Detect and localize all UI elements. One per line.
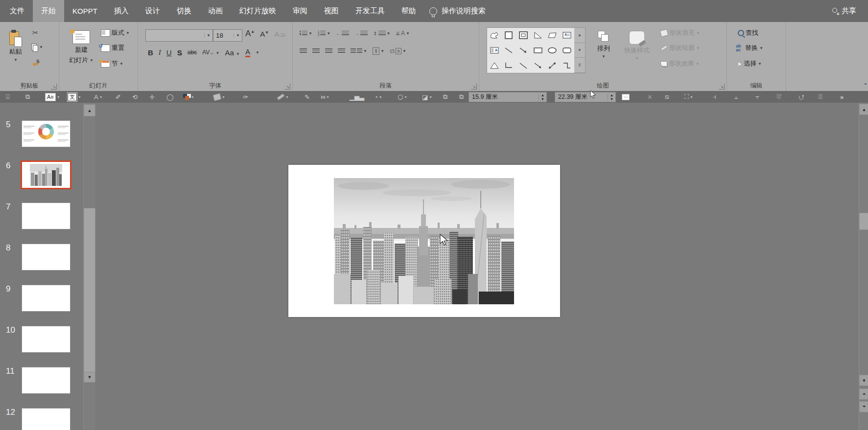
rotate-3d-button[interactable]: ◪▼ (422, 91, 432, 103)
slide-canvas[interactable] (288, 165, 560, 317)
tab-slideshow[interactable]: 幻灯片放映 (231, 0, 284, 22)
select-button[interactable]: ➤选择▼ (737, 59, 762, 68)
gallery-scroll-down-icon[interactable]: ▼ (574, 43, 585, 58)
shape-trapezoid[interactable] (547, 31, 558, 40)
character-spacing-button[interactable]: AV↔ ▼ (202, 49, 219, 56)
shape-elbow[interactable] (503, 61, 514, 70)
slide-thumbnail-9[interactable] (22, 285, 70, 311)
slide-thumbnail-12[interactable] (22, 408, 70, 430)
drawing-dialog-launcher[interactable] (719, 84, 725, 90)
shape-effects-button[interactable]: 形状效果▼ (660, 59, 700, 68)
share-button[interactable]: 共享 (820, 0, 868, 22)
chart-tool-icon[interactable]: ▁▅▃ (350, 91, 364, 103)
rotate-reset-icon[interactable]: ⟲ (132, 91, 138, 103)
city-skyline-photo[interactable] (334, 178, 514, 304)
tab-design[interactable]: 设计 (137, 0, 168, 22)
copy-button[interactable]: ▼ (31, 44, 43, 51)
font-color-caret-icon[interactable]: ▼ (256, 50, 259, 55)
font-color-tool[interactable]: A▼ (94, 91, 103, 103)
columns-button[interactable]: ▼ (351, 48, 367, 54)
slide-thumbnail-7[interactable] (22, 203, 70, 229)
layout-button[interactable]: 版式▼ (101, 28, 130, 37)
collapse-ribbon-icon[interactable]: ⌃ (863, 82, 868, 89)
change-case-button[interactable]: Aa ▼ (225, 48, 239, 57)
width-spinner[interactable]: ▲▼ (608, 93, 615, 101)
shape-double-arrow[interactable] (547, 61, 558, 70)
clipboard-dialog-launcher[interactable] (51, 84, 57, 90)
change-picture-icon[interactable]: ⛆ (776, 91, 781, 103)
panel-scroll-up-icon[interactable]: ▲ (84, 104, 95, 116)
font-size-combobox[interactable]: 18 ▼ (213, 29, 242, 42)
pen-tool-icon[interactable]: ✎ (305, 91, 310, 103)
shape-line[interactable] (503, 46, 514, 55)
gallery-more-icon[interactable]: ⊽ (574, 58, 585, 73)
cut-button[interactable]: ✂ (32, 28, 39, 37)
org-chart-icon[interactable]: ⧉ (25, 91, 30, 103)
convert-smartart-button[interactable]: ⮔≡▼ (390, 48, 406, 54)
shape-rounded-rectangle[interactable] (562, 46, 572, 55)
align-center-button[interactable] (312, 48, 320, 54)
text-shadow-button[interactable]: S (177, 48, 182, 57)
previous-slide-icon[interactable]: ⏶ (859, 388, 868, 400)
height-spinner[interactable]: ▲▼ (539, 93, 546, 101)
slide-thumbnail-11[interactable] (22, 367, 70, 393)
brush-tool-icon[interactable]: ✐ (116, 91, 121, 103)
shape-triangle[interactable] (489, 61, 500, 70)
align-objects-left-icon[interactable]: ⫞ (713, 91, 716, 103)
align-text-button[interactable]: ⇕▼ (373, 47, 384, 55)
shape-oval[interactable] (547, 46, 558, 55)
shape-text-box[interactable]: A (562, 31, 572, 40)
tab-view[interactable]: 视图 (316, 0, 347, 22)
tab-koppt[interactable]: KOPPT (64, 0, 106, 22)
theme-colors-button[interactable]: ▼ (183, 91, 194, 103)
slide-thumbnail-5[interactable] (22, 121, 70, 147)
shape-elbow-connector[interactable] (562, 61, 572, 70)
more-tools-icon[interactable]: » (840, 91, 844, 103)
crosshair-icon[interactable]: ✛ (149, 91, 155, 103)
effects-tool-button[interactable]: ◔▼ (374, 91, 382, 103)
shape-link-button[interactable]: ⬡▼ (398, 91, 407, 103)
clear-formatting-button[interactable]: A⌫ (274, 30, 285, 38)
shape-frame[interactable] (518, 31, 529, 40)
align-tool-button[interactable]: ⧦▼ (321, 91, 329, 103)
canvas-scrollbar-thumb[interactable] (859, 213, 868, 230)
canvas-scroll-up-icon[interactable]: ▲ (859, 104, 868, 115)
shape-rectangle[interactable] (533, 46, 543, 55)
select-object-icon[interactable]: ⧅ (665, 91, 669, 103)
slide-thumbnail-6[interactable] (22, 162, 70, 188)
align-right-button[interactable] (325, 48, 332, 54)
notes-icon[interactable]: ⋯ (622, 91, 630, 103)
paste-button[interactable]: 粘贴 ▼ (4, 26, 27, 62)
reset-button[interactable]: ↺重置 (101, 44, 124, 52)
bullets-button[interactable]: ▼ (300, 31, 312, 36)
replace-button[interactable]: abac替换▼ (736, 44, 763, 52)
increase-indent-button[interactable]: → (354, 31, 368, 36)
shape-width-input[interactable]: 22.39 厘米 ▲▼ (555, 92, 616, 102)
canvas-scroll-down-icon[interactable]: ▼ (859, 375, 868, 386)
oval-tool-icon[interactable]: ◯ (166, 91, 174, 103)
underline-button[interactable]: U (166, 48, 172, 57)
slide-thumbnail-8[interactable] (22, 244, 70, 270)
align-left-button[interactable] (300, 48, 307, 54)
rotate-objects-icon[interactable]: ⮍ (798, 91, 804, 103)
shape-arrow-line-2[interactable] (533, 61, 543, 70)
tab-file[interactable]: 文件 (1, 0, 33, 22)
bring-to-front-icon[interactable]: ⍐ (819, 91, 822, 103)
grow-font-button[interactable]: A▲ (245, 29, 255, 39)
gallery-scroll-up-icon[interactable]: ▲ (574, 28, 585, 43)
shape-line-2[interactable] (518, 61, 529, 70)
tab-developer[interactable]: 开发工具 (347, 0, 393, 22)
find-button[interactable]: 查找 (738, 28, 758, 37)
bring-forward-icon[interactable]: ⧉ (443, 91, 447, 103)
next-slide-icon[interactable]: ⏷ (859, 401, 868, 412)
line-spacing-button[interactable]: ⇕▼ (373, 31, 390, 36)
shape-square[interactable] (503, 31, 514, 40)
eyedropper-icon[interactable]: ✑ (243, 91, 248, 103)
shape-height-input[interactable]: 15.9 厘米 ▲▼ (469, 92, 547, 102)
numbering-button[interactable]: 123▼ (318, 30, 330, 36)
distribute-objects-icon[interactable]: ⫟ (755, 91, 759, 103)
shape-right-triangle[interactable] (533, 31, 543, 40)
strikethrough-button[interactable]: abc (188, 49, 197, 56)
tab-help[interactable]: 帮助 (393, 0, 424, 22)
shape-fill-button[interactable]: 形状填充▼ (660, 28, 700, 37)
